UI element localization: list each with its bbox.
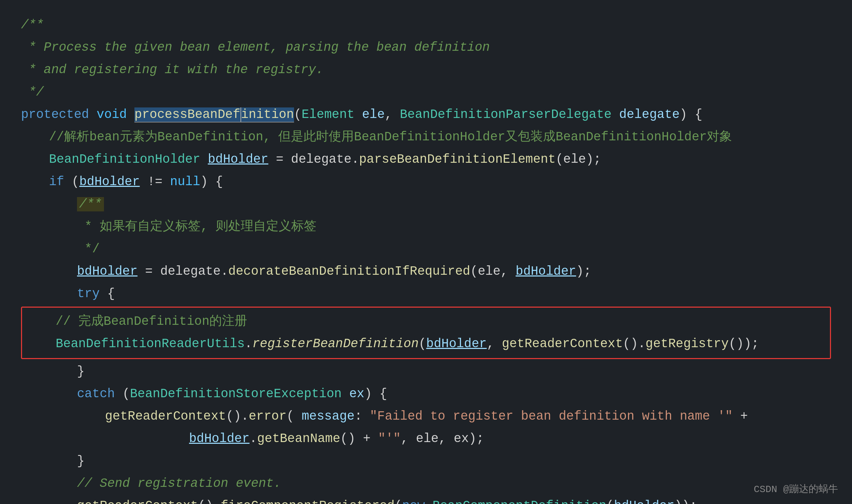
line-15: BeanDefinitionReaderUtils.registerBeanDe… [28,333,824,355]
line-10: * 如果有自定义标签, 则处理自定义标签 [21,216,831,238]
line-14: // 完成BeanDefinition的注册 [28,310,824,333]
watermark: CSDN @蹦达的蜗牛 [754,482,838,496]
code-editor: /** * Process the given bean element, pa… [0,0,852,504]
line-17: catch (BeanDefinitionStoreException ex) … [21,383,831,405]
line-1: /** [21,14,831,36]
line-22: getReaderContext().fireComponentRegister… [21,495,831,504]
line-4: */ [21,81,831,104]
line-20: } [21,450,831,472]
line-2: * Process the given bean element, parsin… [21,36,831,59]
line-19: bdHolder.getBeanName() + "'", ele, ex); [21,428,831,450]
line-11: */ [21,238,831,260]
line-13: try { [21,283,831,305]
line-12: bdHolder = delegate.decorateBeanDefiniti… [21,260,831,283]
line-8: if (bdHolder != null) { [21,171,831,193]
line-21: // Send registration event. [21,472,831,495]
line-9: /** [21,193,831,216]
line-5: protected void processBeanDefinition(Ele… [21,104,831,126]
line-16: } [21,360,831,383]
line-6: //解析bean元素为BeanDefinition, 但是此时使用BeanDef… [21,126,831,148]
line-3: * and registering it with the registry. [21,59,831,81]
highlighted-block: // 完成BeanDefinition的注册 BeanDefinitionRea… [21,307,831,359]
line-7: BeanDefinitionHolder bdHolder = delegate… [21,148,831,171]
line-18: getReaderContext().error( message: "Fail… [21,405,831,428]
